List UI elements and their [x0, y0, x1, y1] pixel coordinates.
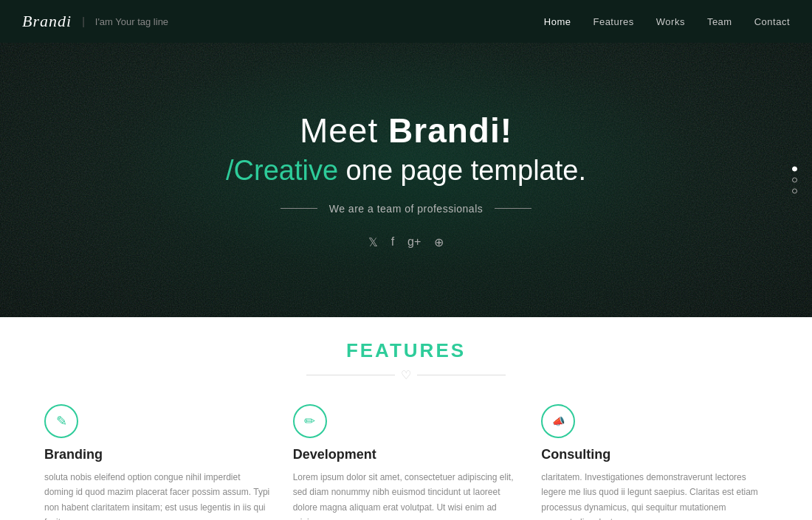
branding-icon-wrap: ✎: [44, 404, 78, 438]
hero-line-right: [495, 208, 531, 209]
hero-subtitle-accent: /Creative: [226, 155, 338, 186]
consulting-icon: 📣: [552, 415, 565, 427]
hero-subtitle: /Creative one page template.: [226, 155, 586, 187]
slide-dot-3[interactable]: [792, 189, 797, 194]
social-facebook-icon[interactable]: f: [391, 235, 394, 249]
branding-desc: soluta nobis eleifend option congue nihi…: [44, 470, 271, 520]
brand-logo[interactable]: Brandi: [22, 12, 72, 31]
nav-item-contact[interactable]: Contact: [754, 15, 790, 28]
consulting-icon-wrap: 📣: [541, 404, 575, 438]
features-section: FEATURES ♡ ✎ Branding soluta nobis eleif…: [0, 317, 812, 520]
hero-tagline-wrap: We are a team of professionals: [226, 203, 586, 215]
hero-title-bold: Brandi!: [388, 111, 512, 150]
development-desc: Lorem ipsum dolor sit amet, consectetuer…: [293, 470, 520, 520]
consulting-title: Consulting: [541, 447, 768, 462]
feature-development: ✏ Development Lorem ipsum dolor sit amet…: [293, 404, 520, 520]
branding-title: Branding: [44, 447, 271, 462]
development-icon-wrap: ✏: [293, 404, 327, 438]
hero-line-left: [281, 208, 317, 209]
slide-dot-2[interactable]: [792, 178, 797, 183]
nav-link-works[interactable]: Works: [656, 16, 685, 27]
social-googleplus-icon[interactable]: g+: [407, 235, 421, 249]
nav-item-works[interactable]: Works: [656, 15, 685, 28]
features-grid: ✎ Branding soluta nobis eleifend option …: [44, 404, 768, 520]
hero-section: Meet Brandi! /Creative one page template…: [0, 0, 812, 317]
slide-dots: [792, 167, 797, 194]
hero-content: Meet Brandi! /Creative one page template…: [226, 68, 586, 249]
nav-divider: |: [82, 15, 85, 27]
heart-icon: ♡: [401, 368, 411, 382]
hero-subtitle-rest: one page template.: [338, 155, 586, 186]
nav-item-features[interactable]: Features: [593, 15, 633, 28]
nav-menu: Home Features Works Team Contact: [544, 15, 790, 28]
divider-line-left: [306, 375, 395, 375]
consulting-desc: claritatem. Investigationes demonstraver…: [541, 470, 768, 520]
hero-title: Meet Brandi!: [226, 111, 586, 151]
nav-link-contact[interactable]: Contact: [754, 16, 790, 27]
feature-consulting: 📣 Consulting claritatem. Investigationes…: [541, 404, 768, 520]
development-icon: ✏: [304, 413, 315, 429]
social-twitter-icon[interactable]: 𝕏: [368, 235, 378, 249]
nav-link-home[interactable]: Home: [544, 16, 571, 27]
nav-item-team[interactable]: Team: [707, 15, 732, 28]
hero-tagline: We are a team of professionals: [329, 203, 484, 215]
divider-line-right: [417, 375, 506, 375]
nav-link-features[interactable]: Features: [593, 16, 633, 27]
navbar: Brandi | I'am Your tag line Home Feature…: [0, 0, 812, 43]
nav-item-home[interactable]: Home: [544, 15, 571, 28]
development-title: Development: [293, 447, 520, 462]
feature-branding: ✎ Branding soluta nobis eleifend option …: [44, 404, 271, 520]
slide-dot-1[interactable]: [792, 167, 797, 172]
hero-title-prefix: Meet: [300, 111, 388, 150]
nav-link-team[interactable]: Team: [707, 16, 732, 27]
branding-icon: ✎: [56, 413, 67, 429]
hero-social: 𝕏 f g+ ⊕: [226, 235, 586, 249]
features-divider: ♡: [44, 368, 768, 382]
social-web-icon[interactable]: ⊕: [434, 235, 444, 249]
features-heading: FEATURES: [44, 339, 768, 362]
nav-tagline: I'am Your tag line: [95, 16, 168, 27]
